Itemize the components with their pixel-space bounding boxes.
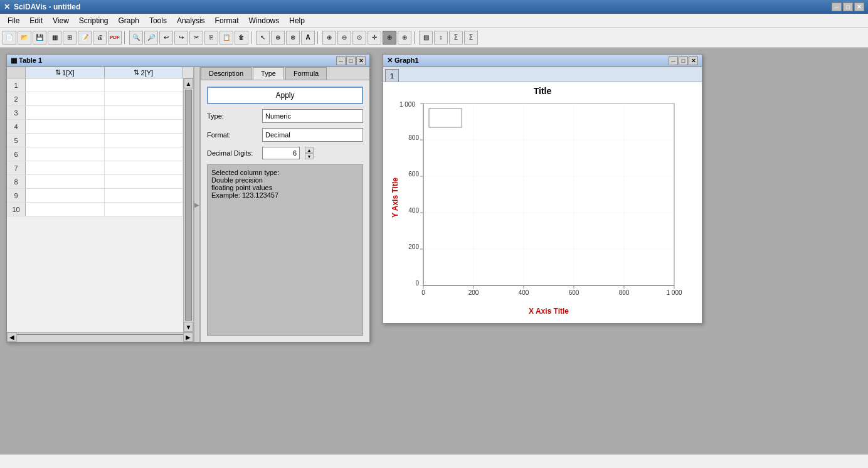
svg-text:800: 800 <box>408 134 419 141</box>
table-button[interactable]: ▦ <box>48 31 61 45</box>
select-data-button[interactable]: ⊗ <box>286 31 300 45</box>
maximize-button[interactable]: □ <box>843 3 853 11</box>
arrow-tool-button[interactable]: ↖ <box>256 31 270 45</box>
hscroll-right[interactable]: ▶ <box>183 332 193 342</box>
spin-up[interactable]: ▲ <box>305 147 314 153</box>
format-select[interactable]: Decimal Scientific Engineering <box>262 128 363 142</box>
menu-help[interactable]: Help <box>284 14 310 28</box>
scroll-down[interactable]: ▼ <box>184 322 193 332</box>
tab-formula[interactable]: Formula <box>285 67 327 80</box>
print-button[interactable]: 🖨 <box>93 31 107 45</box>
graph-close[interactable]: ✕ <box>689 56 698 65</box>
paste-button[interactable]: 📋 <box>220 31 233 45</box>
table-row: 3 <box>7 106 183 120</box>
copy-button[interactable]: ⎘ <box>204 31 218 45</box>
table-content: ⇅1[X] ⇅2[Y] 1 2 3 4 5 6 7 <box>7 67 369 342</box>
svg-text:600: 600 <box>408 171 419 178</box>
pan-button[interactable]: ✛ <box>368 31 381 45</box>
hscroll-thumb[interactable] <box>17 334 183 335</box>
svg-text:Y Axis Title: Y Axis Title <box>391 178 400 218</box>
pdf-button[interactable]: PDF <box>108 31 122 45</box>
menu-analysis[interactable]: Analysis <box>172 14 210 28</box>
delete-button[interactable]: 🗑 <box>235 31 248 45</box>
tab-type[interactable]: Type <box>253 67 284 80</box>
table-rows-container: 1 2 3 4 5 6 7 8 9 10 <box>7 78 183 332</box>
sigma-button[interactable]: Σ <box>449 31 463 45</box>
table-body-area: 1 2 3 4 5 6 7 8 9 10 ▲ <box>7 78 193 332</box>
menu-tools[interactable]: Tools <box>144 14 172 28</box>
zoom-in-button[interactable]: 🔍 <box>129 31 143 45</box>
svg-text:800: 800 <box>619 289 630 296</box>
graph-minimize[interactable]: ─ <box>669 56 678 65</box>
svg-text:200: 200 <box>408 243 419 250</box>
tab-description[interactable]: Description <box>201 67 251 80</box>
cut-button[interactable]: ✂ <box>189 31 203 45</box>
matrix-button[interactable]: ⊞ <box>63 31 77 45</box>
scroll-thumb[interactable] <box>185 90 192 321</box>
table-hscroll[interactable]: ◀ ▶ <box>7 332 193 342</box>
decimal-spinner[interactable]: ▲ ▼ <box>305 147 314 159</box>
menu-format[interactable]: Format <box>210 14 244 28</box>
table-maximize[interactable]: □ <box>346 56 356 65</box>
decimal-digits-input[interactable] <box>262 147 300 159</box>
table-vscroll[interactable]: ▲ ▼ <box>183 78 193 332</box>
table-corner <box>7 67 26 78</box>
svg-text:0: 0 <box>415 280 419 287</box>
zoom-out2-button[interactable]: ⊖ <box>337 31 351 45</box>
crosshair-button[interactable]: ⊕ <box>383 31 396 45</box>
table-row: 2 <box>7 92 183 106</box>
table-col-2[interactable]: ⇅2[Y] <box>105 67 184 78</box>
menu-edit[interactable]: Edit <box>24 14 48 28</box>
hscroll-left[interactable]: ◀ <box>7 332 17 342</box>
spin-down[interactable]: ▼ <box>305 153 314 159</box>
scroll-up[interactable]: ▲ <box>184 78 193 88</box>
type-select[interactable]: Numeric Text Date Time <box>262 109 363 123</box>
menu-view[interactable]: View <box>48 14 74 28</box>
zoom-in2-button[interactable]: ⊕ <box>322 31 336 45</box>
menu-windows[interactable]: Windows <box>244 14 285 28</box>
table-col-1[interactable]: ⇅1[X] <box>26 67 105 78</box>
table-minimize[interactable]: ─ <box>336 56 346 65</box>
minimize-button[interactable]: ─ <box>832 3 842 11</box>
app-title-bar: ✕ SciDAVis - untitled ─ □ ✕ <box>0 0 868 14</box>
table-splitter[interactable]: ▶ <box>194 67 200 342</box>
graph-maximize[interactable]: □ <box>679 56 688 65</box>
table-close[interactable]: ✕ <box>356 56 366 65</box>
stats-button[interactable]: ↕ <box>434 31 448 45</box>
menu-graph[interactable]: Graph <box>114 14 144 28</box>
redo-button[interactable]: ↪ <box>174 31 188 45</box>
menu-bar: File Edit View Scripting Graph Tools Ana… <box>0 14 868 28</box>
table-row: 4 <box>7 120 183 134</box>
hscroll-track <box>17 332 183 342</box>
svg-text:400: 400 <box>519 289 529 296</box>
data-table2-button[interactable]: ▤ <box>419 31 433 45</box>
decimal-digits-label: Decimal Digits: <box>207 149 257 157</box>
header-scroll-space <box>183 67 193 78</box>
text-tool-button[interactable]: A <box>301 31 315 45</box>
svg-rect-0 <box>423 104 674 285</box>
col1-sort-icon: ⇅ <box>55 68 61 77</box>
crosshair2-button[interactable]: ⊕ <box>398 31 411 45</box>
graph-titlebar: ✕ Graph1 ─ □ ✕ <box>383 55 702 67</box>
close-button[interactable]: ✕ <box>854 3 864 11</box>
undo-button[interactable]: ↩ <box>159 31 173 45</box>
status-bar <box>0 454 868 468</box>
menu-file[interactable]: File <box>3 14 24 28</box>
save-button[interactable]: 💾 <box>33 31 46 45</box>
toolbar: 📄 📂 💾 ▦ ⊞ 📝 🖨 PDF 🔍 🔎 ↩ ↪ ✂ ⎘ 📋 🗑 ↖ ⊕ ⊗ … <box>0 28 868 48</box>
graph-tab-1[interactable]: 1 <box>385 69 399 82</box>
chart-svg: 0 200 400 600 800 1 000 0 <box>383 97 702 323</box>
zoom-out-button[interactable]: 🔎 <box>144 31 158 45</box>
apply-button[interactable]: Apply <box>207 87 363 104</box>
decimal-digits-row: Decimal Digits: ▲ ▼ <box>207 147 363 159</box>
menu-scripting[interactable]: Scripting <box>74 14 114 28</box>
sigma2-button[interactable]: Σ <box>464 31 478 45</box>
data-reader-button[interactable]: ⊕ <box>271 31 285 45</box>
open-button[interactable]: 📂 <box>18 31 31 45</box>
zoom-reset-button[interactable]: ⊙ <box>352 31 366 45</box>
type-row: Type: Numeric Text Date Time <box>207 109 363 123</box>
new-doc-button[interactable]: 📄 <box>3 31 16 45</box>
type-panel: Description Type Formula Apply Type: Num… <box>200 67 369 342</box>
note-button[interactable]: 📝 <box>78 31 92 45</box>
graph-icon-title: ✕ Graph1 <box>387 56 419 65</box>
